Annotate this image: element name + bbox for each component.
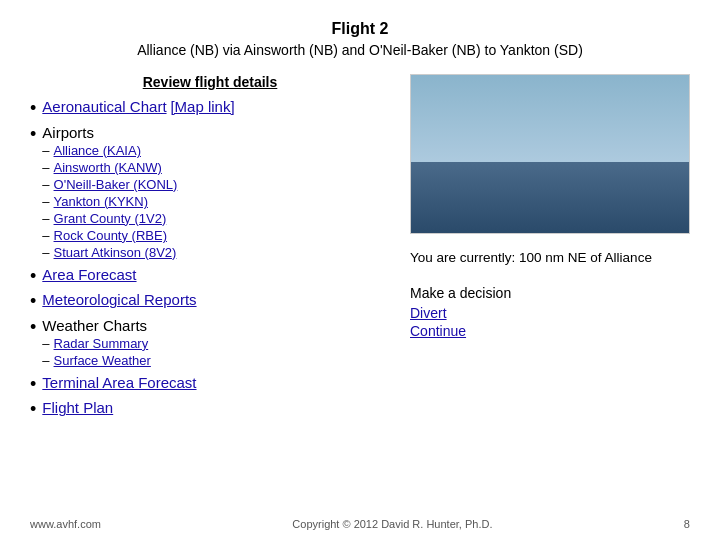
content-area: Review flight details • Aeronautical Cha… — [30, 74, 690, 484]
stuart-atkinson-link[interactable]: Stuart Atkinson (8V2) — [54, 245, 177, 260]
bullet-icon: • — [30, 98, 36, 120]
oneill-baker-link[interactable]: O'Neill-Baker (KONL) — [54, 177, 178, 192]
weather-charts-sub-list: – Radar Summary – Surface Weather — [42, 336, 151, 368]
grant-county-link[interactable]: Grant County (1V2) — [54, 211, 167, 226]
list-item: • Meteorological Reports — [30, 291, 390, 313]
dash-icon: – — [42, 194, 49, 209]
meteorological-reports-link[interactable]: Meteorological Reports — [42, 291, 196, 308]
bullet-icon: • — [30, 291, 36, 313]
sub-list-item: – Stuart Atkinson (8V2) — [42, 245, 177, 260]
sub-list-item: – Yankton (KYKN) — [42, 194, 177, 209]
sub-list-item: – Ainsworth (KANW) — [42, 160, 177, 175]
dash-icon: – — [42, 143, 49, 158]
bullet-icon: • — [30, 374, 36, 396]
footer-website: www.avhf.com — [30, 518, 101, 530]
airports-label: Airports — [42, 124, 94, 141]
flight-plan-link[interactable]: Flight Plan — [42, 399, 113, 416]
slide-container: Flight 2 Alliance (NB) via Ainsworth (NB… — [0, 0, 720, 540]
bullet-icon: • — [30, 399, 36, 421]
sky-layer — [411, 75, 689, 170]
sub-list-item: – O'Neill-Baker (KONL) — [42, 177, 177, 192]
sub-list-item: – Grant County (1V2) — [42, 211, 177, 226]
surface-weather-link[interactable]: Surface Weather — [54, 353, 151, 368]
bullet-icon: • — [30, 266, 36, 288]
divert-link[interactable]: Divert — [410, 305, 690, 321]
sub-list-item: – Rock County (RBE) — [42, 228, 177, 243]
dash-icon: – — [42, 353, 49, 368]
airports-sub-list: – Alliance (KAIA) – Ainsworth (KANW) – O… — [42, 143, 177, 260]
continue-link[interactable]: Continue — [410, 323, 690, 339]
bullet-icon: • — [30, 124, 36, 146]
terminal-area-forecast-link[interactable]: Terminal Area Forecast — [42, 374, 196, 391]
aeronautical-chart-link[interactable]: Aeronautical Chart — [42, 98, 166, 115]
bullet-icon: • — [30, 317, 36, 339]
footer-copyright: Copyright © 2012 David R. Hunter, Ph.D. — [292, 518, 492, 530]
list-item: • Flight Plan — [30, 399, 390, 421]
list-item: • Weather Charts – Radar Summary – Surfa… — [30, 317, 390, 370]
slide-title: Flight 2 — [30, 20, 690, 38]
footer: www.avhf.com Copyright © 2012 David R. H… — [0, 518, 720, 530]
dash-icon: – — [42, 160, 49, 175]
dash-icon: – — [42, 336, 49, 351]
sub-list-item: – Radar Summary — [42, 336, 151, 351]
page-number: 8 — [684, 518, 690, 530]
sub-list-item: – Alliance (KAIA) — [42, 143, 177, 158]
slide-subtitle: Alliance (NB) via Ainsworth (NB) and O'N… — [30, 42, 690, 58]
left-column: Review flight details • Aeronautical Cha… — [30, 74, 390, 484]
alliance-link[interactable]: Alliance (KAIA) — [54, 143, 141, 158]
location-text: You are currently: 100 nm NE of Alliance — [410, 250, 690, 265]
video-thumbnail[interactable] — [410, 74, 690, 234]
map-link[interactable]: [Map link] — [170, 98, 234, 115]
decision-area: Make a decision Divert Continue — [410, 285, 690, 339]
radar-summary-link[interactable]: Radar Summary — [54, 336, 149, 351]
rock-county-link[interactable]: Rock County (RBE) — [54, 228, 167, 243]
list-item: • Area Forecast — [30, 266, 390, 288]
list-item: • Aeronautical Chart [Map link] — [30, 98, 390, 120]
area-forecast-link[interactable]: Area Forecast — [42, 266, 136, 283]
review-title: Review flight details — [30, 74, 390, 90]
make-decision-label: Make a decision — [410, 285, 690, 301]
list-item: • Terminal Area Forecast — [30, 374, 390, 396]
dash-icon: – — [42, 177, 49, 192]
dash-icon: – — [42, 228, 49, 243]
dash-icon: – — [42, 245, 49, 260]
right-column: You are currently: 100 nm NE of Alliance… — [410, 74, 690, 484]
list-item: • Airports – Alliance (KAIA) – Ainsworth… — [30, 124, 390, 262]
weather-charts-label: Weather Charts — [42, 317, 147, 334]
yankton-link[interactable]: Yankton (KYKN) — [54, 194, 148, 209]
sub-list-item: – Surface Weather — [42, 353, 151, 368]
menu-list: • Aeronautical Chart [Map link] • Airpor… — [30, 98, 390, 421]
ainsworth-link[interactable]: Ainsworth (KANW) — [54, 160, 162, 175]
water-layer — [411, 162, 689, 233]
dash-icon: – — [42, 211, 49, 226]
